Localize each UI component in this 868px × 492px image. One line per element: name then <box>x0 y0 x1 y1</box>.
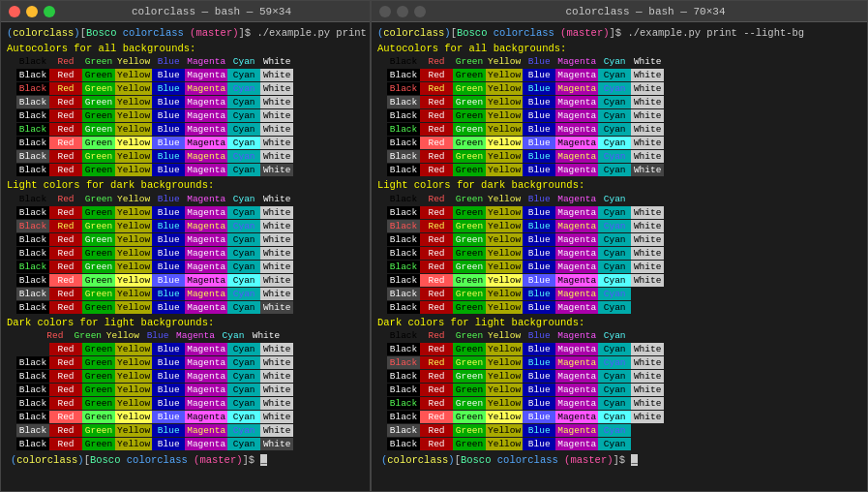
close-icon[interactable] <box>9 6 20 17</box>
maximize-icon[interactable] <box>44 6 55 17</box>
r-light-row-4: Black Red Green Yellow Blue Magenta Cyan… <box>377 247 861 260</box>
r-dark-row-7: Black Red Green Yellow Blue Magenta Cyan <box>377 424 861 437</box>
light-row-5: Black Red Green Yellow Blue Magenta Cyan… <box>7 261 364 273</box>
left-terminal: colorclass — bash — 59×34 (colorclass)[B… <box>0 0 371 492</box>
auto-row-2: Black Red Green Yellow Blue Magenta Cyan… <box>7 82 364 95</box>
left-title-bar: colorclass — bash — 59×34 <box>1 1 370 22</box>
r-light-row-5: Black Red Green Yellow Blue Magenta Cyan… <box>377 261 861 273</box>
left-light-header: Black Red Green Yellow Blue Magenta Cyan… <box>7 193 364 205</box>
light-row-1: Black Red Green Yellow Blue Magenta Cyan… <box>7 206 364 219</box>
auto-row-8: Black Red Green Yellow Blue Magenta Cyan… <box>7 164 364 176</box>
left-autocolor-title: Autocolors for all backgrounds: <box>7 42 364 55</box>
dark-row-6: Black Red Green Yellow Blue Magenta Cyan… <box>7 411 364 423</box>
r-dark-row-5: Black Red Green Yellow Blue Magenta Cyan… <box>377 397 861 410</box>
right-maximize-icon[interactable] <box>414 6 426 17</box>
dark-row-7: Black Red Green Yellow Blue Magenta Cyan… <box>7 424 364 437</box>
r-light-row-8: Black Red Green Yellow Blue Magenta Cyan <box>377 301 861 314</box>
r-dark-row-1: Black Red Green Yellow Blue Magenta Cyan… <box>377 343 861 355</box>
auto-row-1: Black Red Green Yellow Blue Magenta Cyan… <box>7 69 364 81</box>
r-auto-row-4: Black Red Green Yellow Blue Magenta Cyan… <box>377 109 861 122</box>
light-row-7: Black Red Green Yellow Blue Magenta Cyan… <box>7 288 364 300</box>
light-row-3: Black Red Green Yellow Blue Magenta Cyan… <box>7 233 364 246</box>
left-title: colorclass — bash — 59×34 <box>61 6 362 17</box>
right-light-title: Light colors for dark backgrounds: <box>377 178 861 192</box>
r-dark-row-4: Black Red Green Yellow Blue Magenta Cyan… <box>377 384 861 396</box>
right-auto-title: Autocolors for all backgrounds: <box>377 42 861 55</box>
left-darkcolor-title: Dark colors for light backgrounds: <box>7 316 364 329</box>
auto-row-4: Black Red Green Yellow Blue Magenta Cyan… <box>7 109 364 122</box>
r-auto-row-6: Black Red Green Yellow Blue Magenta Cyan… <box>377 137 861 149</box>
r-auto-row-3: Black Red Green Yellow Blue Magenta Cyan… <box>377 96 861 108</box>
right-terminal-body: (colorclass)[Bosco colorclass (master)]$… <box>372 22 867 491</box>
r-auto-row-5: Black Red Green Yellow Blue Magenta Cyan… <box>377 123 861 136</box>
r-auto-row-2: Black Red Green Yellow Blue Magenta Cyan… <box>377 82 861 95</box>
r-auto-row-7: Black Red Green Yellow Blue Magenta Cyan… <box>377 150 861 163</box>
right-dark-title: Dark colors for light backgrounds: <box>377 316 861 329</box>
auto-row-5: Black Red Green Yellow Blue Magenta Cyan… <box>7 123 364 136</box>
r-dark-row-3: Black Red Green Yellow Blue Magenta Cyan… <box>377 370 861 383</box>
right-title-bar: colorclass — bash — 70×34 <box>372 1 867 22</box>
right-light-header: Black Red Green Yellow Blue Magenta Cyan <box>377 193 861 205</box>
left-terminal-body: (colorclass)[Bosco colorclass (master)]$… <box>1 22 370 491</box>
r-auto-row-8: Black Red Green Yellow Blue Magenta Cyan… <box>377 164 861 176</box>
right-close-icon[interactable] <box>379 6 391 17</box>
dark-row-8: Black Red Green Yellow Blue Magenta Cyan… <box>7 438 364 450</box>
r-dark-row-6: Black Red Green Yellow Blue Magenta Cyan… <box>377 411 861 423</box>
auto-row-6: Black Red Green Yellow Blue Magenta Cyan… <box>7 137 364 149</box>
left-dark-header: Red Green Yellow Blue Magenta Cyan White <box>7 329 364 342</box>
left-cmd-line: (colorclass)[Bosco colorclass (master)]$… <box>7 26 364 40</box>
dark-row-3: Black Red Green Yellow Blue Magenta Cyan… <box>7 370 364 383</box>
light-row-6: Black Red Green Yellow Blue Magenta Cyan… <box>7 274 364 287</box>
right-minimize-icon[interactable] <box>397 6 408 17</box>
left-bottom-prompt: (colorclass)[Bosco colorclass (master)]$… <box>7 451 364 469</box>
light-row-8: Black Red Green Yellow Blue Magenta Cyan… <box>7 301 364 314</box>
light-row-2: Black Red Green Yellow Blue Magenta Cyan… <box>7 220 364 232</box>
left-lightcolor-title: Light colors for dark backgrounds: <box>7 178 364 192</box>
right-auto-header: Black Red Green Yellow Blue Magenta Cyan… <box>377 55 861 68</box>
right-title: colorclass — bash — 70×34 <box>432 6 859 17</box>
r-auto-row-1: Black Red Green Yellow Blue Magenta Cyan… <box>377 69 861 81</box>
auto-row-3: Black Red Green Yellow Blue Magenta Cyan… <box>7 96 364 108</box>
r-dark-row-2: Black Red Green Yellow Blue Magenta Cyan… <box>377 356 861 369</box>
right-bottom-prompt: (colorclass)[Bosco colorclass (master)]$… <box>377 451 861 469</box>
right-dark-header: Black Red Green Yellow Blue Magenta Cyan <box>377 329 861 342</box>
light-row-4: Black Red Green Yellow Blue Magenta Cyan… <box>7 247 364 260</box>
r-light-row-7: Black Red Green Yellow Blue Magenta Cyan <box>377 288 861 300</box>
right-terminal: colorclass — bash — 70×34 (colorclass)[B… <box>371 0 868 492</box>
r-light-row-2: Black Red Green Yellow Blue Magenta Cyan… <box>377 220 861 232</box>
dark-row-5: Black Red Green Yellow Blue Magenta Cyan… <box>7 397 364 410</box>
r-dark-row-8: Black Red Green Yellow Blue Magenta Cyan <box>377 438 861 450</box>
dark-row-4: Black Red Green Yellow Blue Magenta Cyan… <box>7 384 364 396</box>
auto-row-7: Black Red Green Yellow Blue Magenta Cyan… <box>7 150 364 163</box>
right-cmd-line: (colorclass)[Bosco colorclass (master)]$… <box>377 26 861 40</box>
dark-row-2: Black Red Green Yellow Blue Magenta Cyan… <box>7 356 364 369</box>
minimize-icon[interactable] <box>26 6 38 17</box>
r-light-row-6: Black Red Green Yellow Blue Magenta Cyan… <box>377 274 861 287</box>
dark-row-1: Red Green Yellow Blue Magenta Cyan White <box>7 343 364 355</box>
r-light-row-3: Black Red Green Yellow Blue Magenta Cyan… <box>377 233 861 246</box>
left-auto-header: Black Red Green Yellow Blue Magenta Cyan… <box>7 55 364 68</box>
r-light-row-1: Black Red Green Yellow Blue Magenta Cyan… <box>377 206 861 219</box>
